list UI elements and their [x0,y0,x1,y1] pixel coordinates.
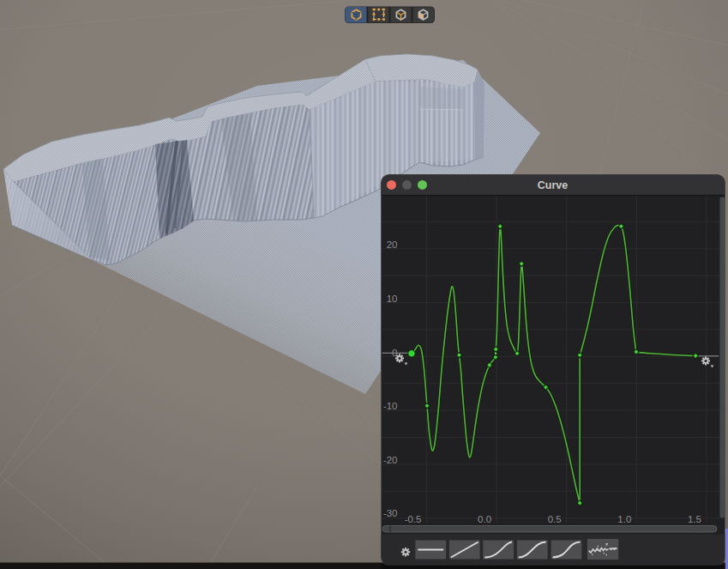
svg-text:Curve: Curve [538,179,568,191]
svg-text:-30: -30 [383,508,398,518]
svg-text:0.5: 0.5 [548,514,562,524]
svg-text:-0.5: -0.5 [405,514,422,524]
svg-text:1.5: 1.5 [688,514,701,524]
svg-text:1.0: 1.0 [617,514,631,524]
svg-text:20: 20 [387,239,398,250]
svg-text:-10: -10 [383,401,398,411]
svg-text:0.0: 0.0 [478,514,491,524]
svg-text:-20: -20 [383,455,398,465]
svg-text:10: 10 [387,294,398,304]
